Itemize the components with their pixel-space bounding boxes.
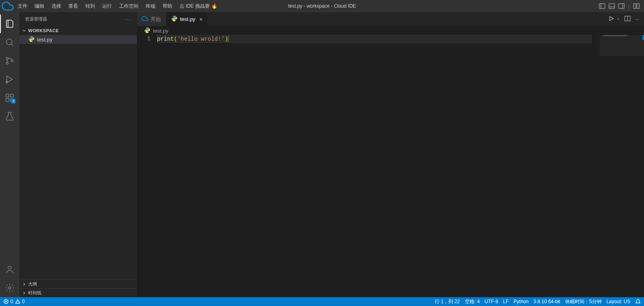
token-function: print (157, 36, 174, 42)
extensions-badge: 3 (10, 98, 16, 104)
file-tree-item[interactable]: test.py (19, 35, 137, 44)
status-problems[interactable]: 0 0 (3, 299, 25, 304)
status-encoding[interactable]: UTF-8 (485, 299, 498, 304)
activity-run-debug[interactable] (0, 70, 19, 89)
sidebar-header: 资源管理器 ··· (19, 12, 137, 26)
menu-terminal[interactable]: 终端 (142, 1, 159, 11)
activity-testing[interactable] (0, 107, 19, 126)
menu-run[interactable]: 运行 (99, 1, 115, 11)
svg-point-8 (6, 39, 12, 45)
status-bar: 0 0 行 1，列 22 空格: 4 UTF-8 LF Python 3.8.1… (0, 297, 644, 306)
breadcrumb-file: test.py (153, 28, 168, 34)
chevron-down-icon (22, 28, 27, 33)
status-indentation[interactable]: 空格: 4 (465, 298, 480, 305)
timeline-section-header[interactable]: 时间线 (19, 288, 137, 297)
warning-count: 0 (22, 299, 25, 304)
more-actions-icon[interactable]: ··· (635, 16, 639, 22)
challenge-label: 云 IDE 挑战赛 (180, 3, 210, 10)
editor-area: 开始 test.py × ··· test.py 1 print( (137, 12, 644, 297)
menu-file[interactable]: 文件 (14, 1, 31, 11)
tab-start-label: 开始 (151, 16, 161, 23)
svg-rect-0 (599, 4, 605, 8)
activity-explorer[interactable] (0, 14, 19, 33)
svg-point-20 (8, 287, 11, 289)
status-language[interactable]: Python (514, 299, 528, 304)
menu-go[interactable]: 转到 (82, 1, 98, 11)
customize-layout-icon[interactable] (633, 2, 640, 10)
svg-point-13 (6, 81, 8, 83)
code-content[interactable]: print('hello wrold!') (157, 35, 644, 297)
minimap-viewport[interactable] (600, 35, 644, 56)
menu-challenge[interactable]: 云 IDE 挑战赛 🔥 (176, 1, 221, 11)
status-interpreter[interactable]: 3.8.10 64-bit (533, 299, 560, 304)
timeline-label: 时间线 (28, 290, 41, 296)
svg-rect-6 (634, 4, 636, 8)
svg-rect-15 (10, 94, 13, 97)
workspace-section-header[interactable]: WORKSPACE (19, 26, 137, 35)
run-dropdown-icon[interactable] (616, 16, 620, 22)
status-keyboard-layout[interactable]: Layout: US (607, 299, 630, 304)
layout-controls: | (599, 2, 642, 10)
svg-rect-2 (609, 4, 615, 8)
tab-start[interactable]: 开始 (137, 12, 166, 26)
separator: | (628, 3, 630, 9)
toggle-sidebar-icon[interactable] (599, 2, 606, 10)
line-number: 1 (137, 35, 151, 43)
menu-workspace[interactable]: 工作空间 (116, 1, 142, 11)
activity-bar: 3 (0, 12, 19, 297)
tab-file[interactable]: test.py × (166, 12, 208, 26)
error-count: 0 (10, 299, 13, 304)
close-icon[interactable]: × (199, 16, 202, 23)
activity-search[interactable] (0, 33, 19, 52)
svg-rect-14 (6, 94, 9, 97)
code-line[interactable]: print('hello wrold!') (157, 35, 592, 43)
python-file-icon (28, 36, 35, 43)
activity-settings[interactable] (0, 279, 19, 297)
svg-point-12 (11, 60, 13, 62)
sidebar-title: 资源管理器 (25, 16, 47, 22)
menu-view[interactable]: 查看 (65, 1, 81, 11)
menu-selection[interactable]: 选择 (48, 1, 64, 11)
token-string: 'hello wrold!' (177, 36, 225, 42)
main-area: 3 资源管理器 ··· WORKSPACE test.py (0, 12, 644, 297)
file-name: test.py (37, 37, 52, 43)
outline-label: 大纲 (28, 281, 37, 287)
warning-icon (15, 299, 21, 304)
status-eol[interactable]: LF (503, 299, 509, 304)
menu-edit[interactable]: 编辑 (31, 1, 47, 11)
toggle-secondary-sidebar-icon[interactable] (618, 2, 625, 10)
svg-rect-16 (6, 99, 9, 101)
window-title: test.py - workspace - Cloud IDE (288, 3, 356, 9)
toggle-panel-icon[interactable] (608, 2, 615, 10)
status-line-col[interactable]: 行 1，列 22 (435, 298, 460, 305)
sidebar-more-icon[interactable]: ··· (125, 17, 131, 22)
statusbar-right: 行 1，列 22 空格: 4 UTF-8 LF Python 3.8.10 64… (435, 298, 641, 305)
menu-help[interactable]: 帮助 (159, 1, 175, 11)
breadcrumbs[interactable]: test.py (137, 26, 644, 35)
svg-line-9 (11, 44, 13, 46)
python-file-icon (171, 15, 178, 23)
text-cursor (228, 36, 228, 42)
run-button[interactable] (608, 15, 615, 23)
chevron-right-icon (22, 282, 27, 287)
tab-file-label: test.py (180, 16, 195, 22)
status-idle-time[interactable]: 休眠时间：5分钟 (565, 298, 602, 305)
minimap[interactable] (600, 35, 644, 297)
tab-bar: 开始 test.py × ··· (137, 12, 644, 26)
svg-rect-7 (637, 4, 639, 8)
svg-point-10 (6, 58, 8, 60)
svg-rect-4 (619, 4, 624, 8)
error-icon (3, 299, 9, 304)
status-notifications-icon[interactable] (635, 299, 641, 304)
svg-point-11 (6, 62, 8, 64)
editor-actions: ··· (603, 12, 644, 26)
activity-extensions[interactable]: 3 (0, 89, 19, 107)
workspace-label: WORKSPACE (28, 28, 59, 33)
activity-source-control[interactable] (0, 52, 19, 70)
activity-accounts[interactable] (0, 260, 19, 279)
minimap-cursor-indicator (642, 35, 644, 40)
code-editor[interactable]: 1 print('hello wrold!') (137, 35, 644, 297)
outline-section-header[interactable]: 大纲 (19, 279, 137, 288)
sidebar-bottom: 大纲 时间线 (19, 279, 137, 297)
split-editor-icon[interactable] (624, 15, 631, 23)
